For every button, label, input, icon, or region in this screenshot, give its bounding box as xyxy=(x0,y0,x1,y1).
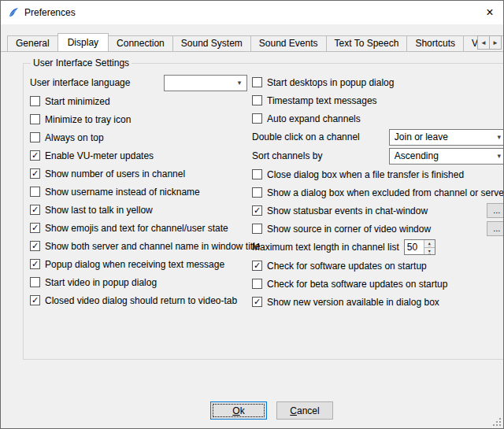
tab-connection[interactable]: Connection xyxy=(108,35,173,51)
sort-channels-combo[interactable]: Ascending ▾ xyxy=(389,148,504,165)
checkbox-label: Show a dialog box when excluded from cha… xyxy=(267,187,504,198)
right-column: ✓ Start desktops in popup dialog ✓ Times… xyxy=(252,73,504,311)
checkbox-label: Show both server and channel name in win… xyxy=(45,241,261,252)
checkbox-show-user-count[interactable]: ✓ Show number of users in channel xyxy=(30,165,247,183)
tab-scroll-right-button[interactable]: ► xyxy=(489,35,502,50)
checkbox-box[interactable]: ✓ xyxy=(30,277,40,287)
checkbox-check-beta-updates[interactable]: ✓ Check for beta software updates on sta… xyxy=(252,275,504,293)
statusbar-events-browse-button[interactable]: ... xyxy=(487,203,504,218)
check-icon: ✓ xyxy=(32,224,39,232)
checkbox-label: Show emojis and text for channel/user st… xyxy=(45,223,228,234)
window-title: Preferences xyxy=(24,7,503,18)
checkbox-box[interactable]: ✓ xyxy=(252,279,262,289)
checkbox-close-on-transfer[interactable]: ✓ Close dialog box when a file transfer … xyxy=(252,165,504,183)
close-button[interactable]: × xyxy=(476,1,503,24)
checkbox-box[interactable]: ✓ xyxy=(30,223,40,233)
checkbox-video-return-tab[interactable]: ✓ Closed video dialog should return to v… xyxy=(30,291,247,309)
checkbox-label: Show username instead of nickname xyxy=(45,187,200,198)
spinner-value: 50 xyxy=(405,240,424,254)
group-title: User Interface Settings xyxy=(31,57,132,68)
checkbox-label: Show statusbar events in chat-window xyxy=(267,205,428,216)
checkbox-server-channel-title[interactable]: ✓ Show both server and channel name in w… xyxy=(30,237,247,255)
checkbox-box[interactable]: ✓ xyxy=(30,96,40,106)
button-row: Ok Cancel xyxy=(20,401,504,420)
chevron-down-icon: ▾ xyxy=(232,79,246,87)
tab-bar: General Display Connection Sound System … xyxy=(1,31,503,52)
checkbox-box[interactable]: ✓ xyxy=(252,224,262,234)
checkbox-emojis-text-state[interactable]: ✓ Show emojis and text for channel/user … xyxy=(30,219,247,237)
checkbox-label: Check for beta software updates on start… xyxy=(267,279,447,290)
checkbox-box[interactable]: ✓ xyxy=(252,187,262,198)
checkbox-label: Popup dialog when receiving text message xyxy=(45,259,224,270)
double-click-label: Double click on a channel xyxy=(252,131,360,142)
tab-sound-events[interactable]: Sound Events xyxy=(250,35,327,51)
language-row: User interface language ▾ xyxy=(30,73,247,92)
spin-down-button[interactable]: ▾ xyxy=(424,248,435,255)
checkbox-box[interactable]: ✓ xyxy=(252,77,262,87)
checkbox-label: Show new version available in dialog box xyxy=(267,297,439,308)
tab-shortcuts[interactable]: Shortcuts xyxy=(406,35,464,51)
checkbox-box[interactable]: ✓ xyxy=(30,168,40,179)
checkbox-box[interactable]: ✓ xyxy=(30,205,40,215)
sort-channels-label: Sort channels by xyxy=(252,150,322,161)
tab-display[interactable]: Display xyxy=(57,33,109,52)
resize-grip[interactable] xyxy=(492,417,502,427)
checkbox-always-on-top[interactable]: ✓ Always on top xyxy=(30,128,247,146)
video-source-browse-button[interactable]: ... xyxy=(487,221,504,236)
checkbox-minimize-to-tray[interactable]: ✓ Minimize to tray icon xyxy=(30,110,247,128)
checkbox-box[interactable]: ✓ xyxy=(252,261,262,271)
checkbox-statusbar-events-row: ✓ Show statusbar events in chat-window .… xyxy=(252,202,504,220)
max-text-length-spinner[interactable]: 50 ▴ ▾ xyxy=(404,239,435,255)
checkbox-box[interactable]: ✓ xyxy=(30,150,40,161)
arrow-down-icon: ▾ xyxy=(428,249,431,254)
check-icon: ✓ xyxy=(32,242,39,250)
checkbox-excluded-dialog[interactable]: ✓ Show a dialog box when excluded from c… xyxy=(252,183,504,202)
checkbox-box[interactable]: ✓ xyxy=(252,169,262,179)
chevron-down-icon: ▾ xyxy=(492,152,504,160)
checkbox-desktops-popup[interactable]: ✓ Start desktops in popup dialog xyxy=(252,73,504,91)
checkbox-last-talk-yellow[interactable]: ✓ Show last to talk in yellow xyxy=(30,201,247,219)
checkbox-vu-meter-updates[interactable]: ✓ Enable VU-meter updates xyxy=(30,146,247,165)
checkbox-box[interactable]: ✓ xyxy=(252,205,262,216)
spin-up-button[interactable]: ▴ xyxy=(424,240,435,248)
language-combo[interactable]: ▾ xyxy=(164,75,247,91)
checkbox-label: Enable VU-meter updates xyxy=(45,150,154,161)
cancel-button[interactable]: Cancel xyxy=(276,401,333,420)
checkbox-box[interactable]: ✓ xyxy=(30,132,40,142)
tab-sound-system[interactable]: Sound System xyxy=(172,35,251,51)
double-click-row: Double click on a channel Join or leave … xyxy=(252,128,504,146)
spinner-arrows: ▴ ▾ xyxy=(424,240,435,254)
checkbox-auto-expand-channels[interactable]: ✓ Auto expand channels xyxy=(252,109,504,128)
tab-text-to-speech[interactable]: Text To Speech xyxy=(326,35,408,51)
checkbox-check-updates[interactable]: ✓ Check for software updates on startup xyxy=(252,257,504,275)
double-click-combo[interactable]: Join or leave ▾ xyxy=(389,129,504,146)
tab-general[interactable]: General xyxy=(7,35,58,51)
checkbox-box[interactable]: ✓ xyxy=(30,295,40,305)
check-icon: ✓ xyxy=(32,169,39,178)
checkbox-box[interactable]: ✓ xyxy=(30,187,40,197)
checkbox-popup-text-message[interactable]: ✓ Popup dialog when receiving text messa… xyxy=(30,255,247,273)
ok-button[interactable]: Ok xyxy=(210,401,267,420)
checkbox-timestamp-messages[interactable]: ✓ Timestamp text messages xyxy=(252,91,504,109)
checkbox-box[interactable]: ✓ xyxy=(252,95,262,105)
checkbox-show-username[interactable]: ✓ Show username instead of nickname xyxy=(30,183,247,201)
check-icon: ✓ xyxy=(254,298,261,306)
checkbox-start-minimized[interactable]: ✓ Start minimized xyxy=(30,92,247,110)
checkbox-box[interactable]: ✓ xyxy=(30,259,40,269)
combo-value: Ascending xyxy=(395,150,492,161)
checkbox-label: Always on top xyxy=(45,132,104,143)
title-bar[interactable]: Preferences × xyxy=(1,1,503,24)
checkbox-box[interactable]: ✓ xyxy=(30,241,40,251)
check-icon: ✓ xyxy=(32,296,39,305)
checkbox-box[interactable]: ✓ xyxy=(252,297,262,307)
checkbox-box[interactable]: ✓ xyxy=(252,113,262,124)
check-icon: ✓ xyxy=(254,206,261,215)
checkbox-box[interactable]: ✓ xyxy=(30,114,40,124)
checkbox-label: Close dialog box when a file transfer is… xyxy=(267,169,464,180)
tab-scroll-left-button[interactable]: ◄ xyxy=(477,35,490,50)
chevron-down-icon: ▾ xyxy=(492,133,504,141)
checkbox-label: Minimize to tray icon xyxy=(45,114,131,125)
checkbox-label: Auto expand channels xyxy=(267,113,361,124)
checkbox-video-popup[interactable]: ✓ Start video in popup dialog xyxy=(30,273,247,291)
checkbox-new-version-dialog[interactable]: ✓ Show new version available in dialog b… xyxy=(252,293,504,311)
